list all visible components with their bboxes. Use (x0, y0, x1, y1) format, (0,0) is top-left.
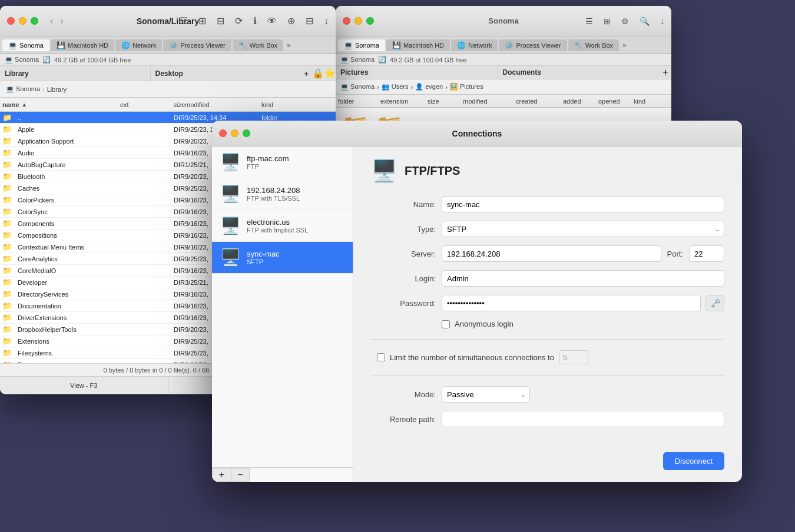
finder2-tabs-more[interactable]: » (622, 41, 627, 49)
button-row: Disconnect (371, 443, 724, 470)
conn-name-electronic: electronic.us (247, 218, 308, 227)
form-row-login: Login: (371, 270, 724, 287)
label-server: Server: (371, 250, 436, 258)
dialog-close-button[interactable] (219, 129, 227, 137)
finder2-traffic-lights (343, 17, 374, 25)
input-login[interactable] (442, 270, 724, 287)
finder2-tab-macintosh[interactable]: 💾 Macintosh HD (386, 39, 450, 51)
dialog-titlebar: Connections (212, 121, 742, 147)
tab-processviewer[interactable]: ⚙️ Process Viewer (163, 39, 231, 51)
connection-item-ftp-mac[interactable]: 🖥️ ftp-mac.com FTP (212, 147, 353, 178)
panel-headers: Library Desktop + 🔒 ⭐ (0, 66, 336, 81)
input-remote-path[interactable] (442, 411, 724, 427)
limit-input[interactable] (559, 350, 588, 364)
tab-workbox[interactable]: 🔧 Work Box (233, 39, 283, 51)
col-header-kind[interactable]: kind (261, 101, 333, 108)
key-button[interactable]: 🗝️ (705, 295, 724, 311)
tab-sonoma[interactable]: 💻 Sonoma (2, 39, 49, 51)
finder2-panels: Pictures Documents + (336, 66, 671, 79)
disconnect-button[interactable]: Disconnect (663, 452, 724, 470)
add-connection-button[interactable]: + (212, 468, 231, 482)
panel-header-icon: 🖥️ (371, 158, 398, 183)
remove-connection-button[interactable]: − (231, 468, 250, 482)
storage-bar: 💻 Sonoma 🔄 49.2 GB of 100.04 GB free (0, 54, 336, 66)
tabs-more[interactable]: » (287, 41, 291, 49)
form-row-type: Type: SFTP FTP FTP with TLS/SSL FTP with… (371, 221, 724, 237)
maximize-button[interactable] (31, 17, 38, 25)
add-panel-button[interactable]: + (300, 66, 312, 81)
download-icon[interactable]: ↓ (324, 16, 329, 26)
col-header-name[interactable]: name ▲ (2, 101, 120, 108)
share-icon[interactable]: ⊕ (287, 15, 295, 26)
toggle-icon[interactable]: ⟳ (235, 15, 243, 26)
conn-icon-electronic: 🖥️ (220, 216, 241, 235)
view-list-icon[interactable]: ☰ (180, 15, 188, 26)
connection-item-sync-mac[interactable]: 🖥️ sync-mac SFTP (212, 242, 353, 274)
finder2-tab-workbox[interactable]: 🔧 Work Box (568, 39, 619, 51)
panel-library: Library (0, 66, 151, 81)
dialog-maximize-button[interactable] (243, 129, 250, 137)
finder2-tab-network[interactable]: 🌐 Network (451, 39, 498, 51)
connections-dialog: Connections 🖥️ ftp-mac.com FTP 🖥️ 192.16… (212, 121, 742, 482)
close-button[interactable] (7, 17, 15, 25)
status-text: 0 bytes / 0 bytes in 0 / 0 file(s). 0 / … (104, 367, 210, 374)
conn-icon-192: 🖥️ (220, 184, 241, 204)
tab-macintosh[interactable]: 💾 Macintosh HD (51, 39, 114, 51)
folder-icon: 📁 (2, 184, 13, 192)
finder2-maximize-button[interactable] (366, 17, 374, 25)
folder-icon: 📁 (2, 195, 13, 204)
path-sonoma: 💻 Sonoma (6, 85, 40, 93)
input-port[interactable] (689, 245, 724, 262)
panel-lock: 🔒 (312, 66, 324, 81)
finder2-pathbar: 💻 Sonoma › 👥 Users › 👤 evgen › 🖼️ Pictur… (336, 79, 671, 95)
connection-item-192[interactable]: 🖥️ 192.168.24.208 FTP with TLS/SSL (212, 178, 353, 210)
connection-item-electronic[interactable]: 🖥️ electronic.us FTP with Implicit SSL (212, 210, 353, 242)
finder2-tab-processviewer[interactable]: ⚙️ Process Viewer (499, 39, 567, 51)
label-name: Name: (371, 200, 436, 209)
finder2-add-panel[interactable]: + (660, 66, 671, 79)
input-name[interactable] (442, 196, 724, 212)
anonymous-checkbox[interactable] (442, 320, 450, 328)
input-password[interactable] (442, 295, 701, 311)
nav-back[interactable]: ‹ (48, 15, 55, 28)
view-button[interactable]: View - F3 (0, 377, 168, 394)
limit-label: Limit the number of simultaneous connect… (390, 353, 554, 362)
finder2-title: Sonoma (488, 16, 518, 25)
conn-type-192: FTP with TLS/SSL (247, 195, 300, 202)
folder-icon: 📁 (2, 242, 13, 251)
preview-icon[interactable]: 👁 (267, 16, 277, 26)
finder2-tab-sonoma[interactable]: 💻 Sonoma (338, 39, 385, 51)
select-mode[interactable]: Passive Active (442, 386, 530, 403)
panel-header: 🖥️ FTP/FTPS (371, 158, 724, 183)
dialog-minimize-button[interactable] (231, 129, 238, 137)
finder2-titlebar: Sonoma ☰ ⊞ ⚙ 🔍 ↓ (336, 6, 671, 36)
finder2-toolbar-icons: ☰ ⊞ ⚙ 🔍 ↓ (585, 16, 664, 26)
nav-forward[interactable]: › (58, 15, 65, 28)
col-header-modified[interactable]: modified (185, 101, 261, 108)
folder-icon: 📁 (2, 172, 13, 181)
limit-checkbox[interactable] (377, 353, 385, 361)
finder2-close-button[interactable] (343, 17, 350, 25)
action-icon[interactable]: ⊟ (306, 15, 313, 26)
anonymous-label: Anonymous login (455, 320, 514, 328)
col-header-ext[interactable]: ext (120, 101, 150, 108)
col-header-size[interactable]: size (150, 101, 185, 108)
view-grid-icon[interactable]: ⊞ (198, 15, 206, 26)
finder2-minimize-button[interactable] (355, 17, 362, 25)
folder-icon: 📁 (2, 337, 13, 345)
sidebar-connection-list: 🖥️ ftp-mac.com FTP 🖥️ 192.168.24.208 FTP… (212, 147, 353, 467)
finder2-panel-documents: Documents (498, 66, 660, 79)
minimize-button[interactable] (19, 17, 26, 25)
dialog-body: 🖥️ ftp-mac.com FTP 🖥️ 192.168.24.208 FTP… (212, 147, 742, 482)
label-remote-path: Remote path: (371, 415, 436, 424)
input-server[interactable] (442, 245, 661, 262)
sidebar-buttons: + − (212, 467, 353, 482)
divider (371, 339, 724, 340)
tab-network[interactable]: 🌐 Network (115, 39, 162, 51)
info-icon[interactable]: ℹ (253, 15, 257, 26)
panel-desktop: Desktop (151, 66, 301, 81)
view-columns-icon[interactable]: ⊟ (217, 15, 224, 26)
conn-icon-ftp-mac: 🖥️ (220, 152, 241, 172)
select-type[interactable]: SFTP FTP FTP with TLS/SSL FTP with Impli… (442, 221, 724, 237)
folder-icon: 📁 (2, 148, 13, 157)
